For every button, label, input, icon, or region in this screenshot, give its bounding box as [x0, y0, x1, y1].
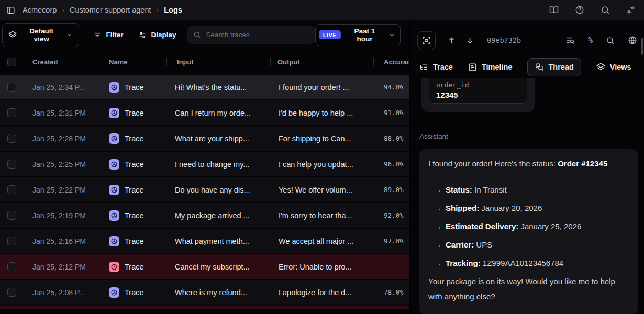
- breadcrumb-project[interactable]: Customer support agent: [70, 6, 151, 14]
- cell-input: Can I return my orde...: [166, 109, 270, 117]
- trace-icon: [109, 210, 119, 221]
- search-traces-input[interactable]: [206, 31, 309, 39]
- status-list-item: Shipped: January 20, 2026: [446, 200, 629, 216]
- list-tree-icon: [419, 63, 428, 72]
- cell-input: My package arrived ...: [166, 211, 270, 220]
- tab-trace[interactable]: Trace: [419, 63, 453, 72]
- cell-output: I'd be happy to help ...: [270, 109, 373, 117]
- cell-accuracy: 89.0%: [373, 186, 409, 194]
- help-icon[interactable]: [575, 5, 584, 15]
- docs-book-icon[interactable]: [549, 5, 559, 15]
- role-label: Assistant: [419, 132, 638, 140]
- trace-name-label: Trace: [125, 237, 144, 245]
- chat-bubbles-icon: [535, 63, 543, 72]
- tab-thread-label: Thread: [548, 63, 573, 71]
- column-header-created[interactable]: Created: [25, 58, 102, 66]
- default-view-label: Default view: [21, 27, 62, 43]
- status-item-value: January 25, 2026: [518, 222, 581, 231]
- order-ref: Order #12345: [558, 159, 607, 168]
- breadcrumb-org[interactable]: Acmecorp: [23, 6, 57, 14]
- table-row[interactable]: Jan 25, 2:25 PMTraceI need to change my.…: [0, 151, 409, 176]
- metadata-field: order_id 12345: [429, 78, 527, 104]
- globe-icon[interactable]: [628, 36, 637, 45]
- filter-icon: [93, 31, 102, 39]
- column-header-name[interactable]: Name: [102, 58, 166, 66]
- cell-accuracy: 97.0%: [373, 237, 409, 245]
- table-row-partial-error[interactable]: [0, 306, 409, 309]
- cell-input: Do you have any dis...: [166, 186, 270, 194]
- tab-timeline[interactable]: Timeline: [468, 63, 513, 72]
- table-row[interactable]: Jan 25, 2:12 PMTraceCancel my subscript.…: [0, 253, 409, 279]
- cell-created: Jan 25, 2:34 P...: [25, 83, 102, 92]
- time-range-button[interactable]: LIVE Past 1 hour: [315, 24, 401, 46]
- expand-trace-button[interactable]: [417, 31, 436, 49]
- display-button[interactable]: Display: [138, 31, 176, 39]
- cell-name: Trace: [102, 159, 166, 170]
- breadcrumb-separator: ›: [62, 6, 64, 14]
- cell-accuracy: 94.0%: [373, 83, 409, 91]
- percent-icon[interactable]: %: [588, 36, 593, 45]
- column-header-accuracy[interactable]: Accuracy: [373, 58, 409, 66]
- select-all-checkbox[interactable]: [7, 58, 16, 66]
- display-label: Display: [151, 31, 176, 39]
- breadcrumb-page[interactable]: Logs: [164, 6, 182, 14]
- trace-icon: [109, 133, 119, 144]
- search-icon: [193, 31, 201, 39]
- cell-name: Trace: [102, 133, 166, 144]
- settings-icon[interactable]: [626, 5, 636, 15]
- row-checkbox[interactable]: [7, 160, 16, 169]
- sidebar-toggle-icon[interactable]: [6, 6, 15, 15]
- tab-trace-label: Trace: [433, 63, 453, 71]
- cell-input: Cancel my subscript...: [166, 263, 270, 271]
- sliders-icon: [138, 31, 147, 39]
- table-row[interactable]: Jan 25, 2:16 PMTraceWhat payment meth...…: [0, 228, 409, 253]
- table-row[interactable]: Jan 25, 2:08 P...TraceWhere is my refund…: [0, 279, 409, 305]
- trace-name-label: Trace: [125, 211, 144, 220]
- detail-tabs: Trace Timeline Thread Views: [419, 55, 644, 78]
- trace-name-label: Trace: [125, 109, 144, 117]
- table-row[interactable]: Jan 25, 2:19 PMTraceMy package arrived .…: [0, 202, 409, 228]
- status-list-item: Tracking: 1Z999AA10123456784: [446, 255, 629, 271]
- tab-views[interactable]: Views: [596, 63, 631, 72]
- cell-accuracy: –: [373, 263, 409, 271]
- trace-name-label: Trace: [125, 83, 144, 92]
- column-header-output[interactable]: Output: [270, 58, 373, 66]
- status-item-label: Estimated Delivery:: [446, 222, 518, 231]
- row-checkbox[interactable]: [7, 288, 16, 297]
- tab-views-label: Views: [610, 63, 631, 71]
- trace-name-label: Trace: [125, 263, 144, 271]
- tab-thread[interactable]: Thread: [527, 58, 581, 76]
- table-row[interactable]: Jan 25, 2:28 PMTraceWhat are your shipp.…: [0, 125, 409, 151]
- table-row[interactable]: Jan 25, 2:31 PMTraceCan I return my orde…: [0, 99, 409, 125]
- next-trace-button[interactable]: [465, 36, 474, 45]
- default-view-button[interactable]: Default view: [2, 23, 79, 47]
- search-in-trace-icon[interactable]: [606, 36, 615, 45]
- column-header-input[interactable]: Input: [166, 58, 270, 66]
- row-checkbox[interactable]: [7, 262, 16, 271]
- row-checkbox[interactable]: [7, 211, 16, 220]
- time-range-label: Past 1 hour: [346, 27, 384, 43]
- layers-icon: [8, 31, 17, 39]
- cell-created: Jan 25, 2:16 PM: [25, 237, 102, 245]
- row-checkbox[interactable]: [7, 83, 16, 92]
- filter-button[interactable]: Filter: [93, 31, 123, 39]
- cell-output: I'm sorry to hear tha...: [270, 211, 373, 220]
- table-row[interactable]: Jan 25, 2:34 P...TraceHi! What's the sta…: [0, 74, 409, 99]
- table-row[interactable]: Jan 25, 2:22 PMTraceDo you have any dis.…: [0, 176, 409, 202]
- row-checkbox[interactable]: [7, 134, 16, 143]
- search-icon[interactable]: [601, 5, 610, 15]
- status-item-value: January 20, 2026: [479, 204, 542, 212]
- row-checkbox[interactable]: [7, 185, 16, 194]
- cell-name: Trace: [102, 262, 166, 272]
- scrollbar-thumb[interactable]: [641, 38, 643, 55]
- row-checkbox[interactable]: [7, 237, 16, 245]
- row-checkbox[interactable]: [7, 108, 16, 117]
- previous-trace-button[interactable]: [447, 36, 456, 45]
- cell-name: Trace: [102, 82, 166, 93]
- metadata-key: order_id: [436, 81, 520, 89]
- chevron-down-icon: [388, 31, 395, 38]
- cell-created: Jan 25, 2:31 PM: [25, 109, 102, 117]
- list-search-icon[interactable]: [565, 36, 575, 45]
- traces-panel: Default view Filter Display: [0, 20, 409, 314]
- trace-icon: [109, 287, 119, 298]
